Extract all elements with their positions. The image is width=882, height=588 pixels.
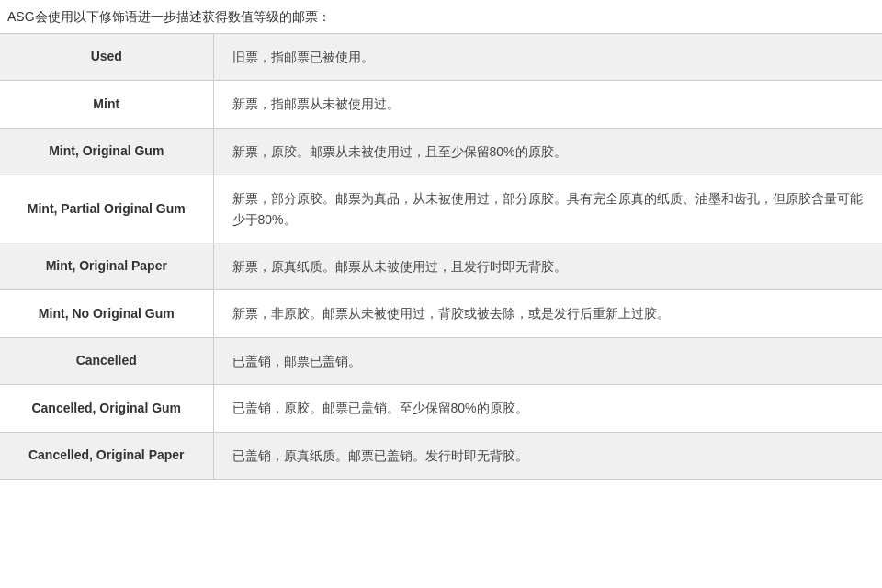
definition-cell: 新票，非原胶。邮票从未被使用过，背胶或被去除，或是发行后重新上过胶。 bbox=[213, 290, 882, 337]
term-cell: Mint, No Original Gum bbox=[0, 290, 213, 337]
definition-cell: 新票，部分原胶。邮票为真品，从未被使用过，部分原胶。具有完全原真的纸质、油墨和齿… bbox=[213, 175, 882, 243]
table-row: Used旧票，指邮票已被使用。 bbox=[0, 34, 882, 81]
table-row: Cancelled已盖销，邮票已盖销。 bbox=[0, 337, 882, 384]
definition-cell: 新票，指邮票从未被使用过。 bbox=[213, 81, 882, 128]
header-description: ASG会使用以下修饰语进一步描述获得数值等级的邮票： bbox=[0, 0, 882, 33]
term-cell: Cancelled, Original Gum bbox=[0, 385, 213, 432]
table-row: Cancelled, Original Gum已盖销，原胶。邮票已盖销。至少保留… bbox=[0, 385, 882, 432]
definition-cell: 已盖销，邮票已盖销。 bbox=[213, 337, 882, 384]
definition-cell: 已盖销，原真纸质。邮票已盖销。发行时即无背胶。 bbox=[213, 432, 882, 479]
definition-cell: 新票，原胶。邮票从未被使用过，且至少保留80%的原胶。 bbox=[213, 128, 882, 175]
definition-cell: 已盖销，原胶。邮票已盖销。至少保留80%的原胶。 bbox=[213, 385, 882, 432]
term-cell: Mint, Original Paper bbox=[0, 243, 213, 289]
term-cell: Used bbox=[0, 34, 213, 81]
table-row: Mint新票，指邮票从未被使用过。 bbox=[0, 81, 882, 128]
term-cell: Mint, Partial Original Gum bbox=[0, 175, 213, 243]
table-row: Mint, Original Paper新票，原真纸质。邮票从未被使用过，且发行… bbox=[0, 243, 882, 289]
term-cell: Mint, Original Gum bbox=[0, 128, 213, 175]
table-row: Mint, Original Gum新票，原胶。邮票从未被使用过，且至少保留80… bbox=[0, 128, 882, 175]
definition-cell: 旧票，指邮票已被使用。 bbox=[213, 34, 882, 81]
table-row: Mint, No Original Gum新票，非原胶。邮票从未被使用过，背胶或… bbox=[0, 290, 882, 337]
term-cell: Cancelled bbox=[0, 337, 213, 384]
term-cell: Cancelled, Original Paper bbox=[0, 432, 213, 479]
grade-table: Used旧票，指邮票已被使用。Mint新票，指邮票从未被使用过。Mint, Or… bbox=[0, 33, 882, 480]
table-row: Cancelled, Original Paper已盖销，原真纸质。邮票已盖销。… bbox=[0, 432, 882, 479]
term-cell: Mint bbox=[0, 81, 213, 128]
table-row: Mint, Partial Original Gum新票，部分原胶。邮票为真品，… bbox=[0, 175, 882, 243]
definition-cell: 新票，原真纸质。邮票从未被使用过，且发行时即无背胶。 bbox=[213, 243, 882, 289]
